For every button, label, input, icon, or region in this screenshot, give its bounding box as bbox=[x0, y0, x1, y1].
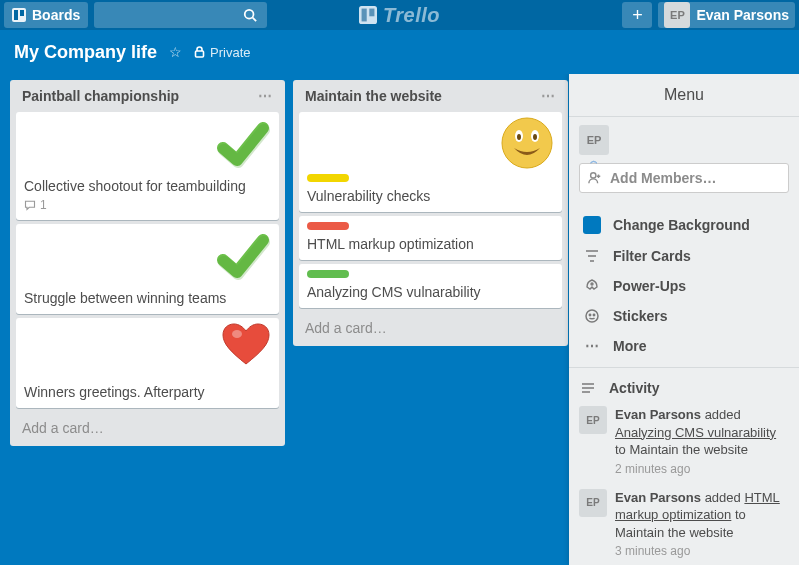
label-red bbox=[307, 222, 349, 230]
user-name: Evan Parsons bbox=[696, 7, 789, 23]
menu-title: Menu bbox=[569, 74, 799, 117]
svg-rect-8 bbox=[196, 51, 204, 57]
svg-point-3 bbox=[245, 10, 254, 19]
star-icon[interactable]: ☆ bbox=[169, 44, 182, 60]
board-canvas[interactable]: Paintball championship ⋯ Collective shoo… bbox=[0, 74, 569, 565]
svg-point-14 bbox=[533, 134, 537, 140]
add-card-button[interactable]: Add a card… bbox=[16, 412, 279, 440]
svg-point-19 bbox=[593, 314, 594, 315]
svg-rect-1 bbox=[14, 10, 18, 20]
menu-item-filter-cards[interactable]: Filter Cards bbox=[573, 241, 795, 271]
search-icon bbox=[243, 8, 257, 22]
activity-item: EP Evan Parsons added HTML markup optimi… bbox=[569, 483, 799, 565]
members-section: EP ︽ bbox=[569, 117, 799, 157]
svg-point-15 bbox=[591, 173, 596, 178]
heart-sticker bbox=[221, 322, 271, 366]
card-title: HTML markup optimization bbox=[307, 236, 554, 252]
menu-item-powerups[interactable]: Power-Ups bbox=[573, 271, 795, 301]
search-input[interactable] bbox=[94, 2, 267, 28]
svg-point-16 bbox=[591, 283, 593, 285]
svg-rect-5 bbox=[359, 6, 377, 24]
topbar: Boards Trello + EP Evan Parsons bbox=[0, 0, 799, 30]
boards-icon bbox=[12, 8, 26, 22]
add-card-button[interactable]: Add a card… bbox=[299, 312, 562, 340]
board-header: My Company life ☆ Private bbox=[0, 30, 799, 74]
menu-item-more[interactable]: ⋯ More bbox=[573, 331, 795, 361]
comment-icon bbox=[24, 199, 36, 211]
svg-point-9 bbox=[232, 330, 242, 338]
svg-rect-7 bbox=[369, 9, 374, 17]
card[interactable]: Analyzing CMS vulnarability bbox=[299, 264, 562, 308]
privacy-label: Private bbox=[210, 45, 250, 60]
label-yellow bbox=[307, 174, 349, 182]
card-title: Analyzing CMS vulnarability bbox=[307, 284, 554, 300]
board-menu: Menu EP ︽ Add Members… Change Background bbox=[569, 74, 799, 565]
activity-card-link[interactable]: Analyzing CMS vulnarability bbox=[615, 425, 776, 440]
label-green bbox=[307, 270, 349, 278]
activity-icon bbox=[579, 380, 597, 396]
check-sticker bbox=[215, 228, 271, 284]
boards-button[interactable]: Boards bbox=[4, 2, 88, 28]
chevron-up-icon: ︽ bbox=[590, 158, 598, 164]
list-menu-icon[interactable]: ⋯ bbox=[541, 88, 556, 104]
background-swatch-icon bbox=[583, 216, 601, 234]
svg-point-10 bbox=[502, 118, 552, 168]
list-title[interactable]: Maintain the website bbox=[305, 88, 442, 104]
privacy-button[interactable]: Private bbox=[194, 45, 250, 60]
card-title: Vulnerability checks bbox=[307, 188, 554, 204]
list: Paintball championship ⋯ Collective shoo… bbox=[10, 80, 285, 446]
menu-item-stickers[interactable]: Stickers bbox=[573, 301, 795, 331]
svg-point-13 bbox=[517, 134, 521, 140]
more-icon: ⋯ bbox=[583, 338, 601, 354]
card[interactable]: HTML markup optimization bbox=[299, 216, 562, 260]
avatar: EP bbox=[664, 2, 690, 28]
list: Maintain the website ⋯ Vulnerability che… bbox=[293, 80, 568, 346]
list-title[interactable]: Paintball championship bbox=[22, 88, 179, 104]
card-title: Collective shootout for teambuilding bbox=[24, 178, 271, 194]
card[interactable]: Vulnerability checks bbox=[299, 112, 562, 212]
list-menu-icon[interactable]: ⋯ bbox=[258, 88, 273, 104]
sticker-icon bbox=[583, 308, 601, 324]
comment-badge: 1 bbox=[24, 198, 271, 212]
plus-icon: + bbox=[632, 5, 643, 26]
activity-item: EP Evan Parsons added Analyzing CMS vuln… bbox=[569, 400, 799, 483]
activity-time: 2 minutes ago bbox=[615, 461, 789, 477]
check-sticker bbox=[215, 116, 271, 172]
svg-rect-6 bbox=[362, 9, 367, 22]
create-button[interactable]: + bbox=[622, 2, 652, 28]
card[interactable]: Struggle between winning teams bbox=[16, 224, 279, 314]
svg-point-18 bbox=[589, 314, 590, 315]
card[interactable]: Collective shootout for teambuilding 1 bbox=[16, 112, 279, 220]
activity-time: 3 minutes ago bbox=[615, 543, 789, 559]
smile-sticker bbox=[500, 116, 554, 170]
card-title: Struggle between winning teams bbox=[24, 290, 271, 306]
card[interactable]: Winners greetings. Afterparty bbox=[16, 318, 279, 408]
svg-line-4 bbox=[253, 18, 257, 22]
add-members-button[interactable]: Add Members… bbox=[579, 163, 789, 193]
add-user-icon bbox=[588, 171, 602, 185]
boards-label: Boards bbox=[32, 7, 80, 23]
menu-item-change-background[interactable]: Change Background bbox=[573, 209, 795, 241]
filter-icon bbox=[583, 248, 601, 264]
user-menu[interactable]: EP Evan Parsons bbox=[658, 2, 795, 28]
activity-header: Activity bbox=[569, 368, 799, 400]
board-title[interactable]: My Company life bbox=[14, 42, 157, 63]
avatar: EP bbox=[579, 406, 607, 434]
avatar: EP bbox=[579, 489, 607, 517]
svg-rect-2 bbox=[20, 10, 24, 16]
lock-icon bbox=[194, 46, 205, 58]
card-title: Winners greetings. Afterparty bbox=[24, 384, 271, 400]
avatar[interactable]: EP bbox=[579, 125, 609, 155]
svg-point-17 bbox=[586, 310, 598, 322]
rocket-icon bbox=[583, 278, 601, 294]
